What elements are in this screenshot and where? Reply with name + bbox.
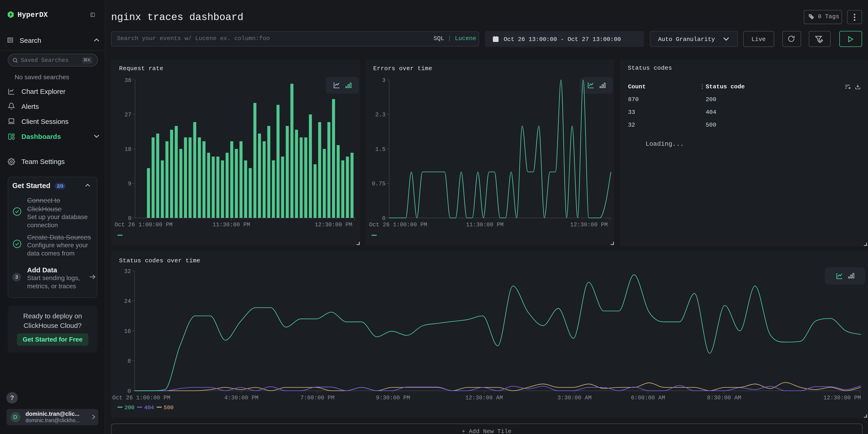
svg-text:500: 500 (163, 405, 173, 411)
svg-text:3: 3 (382, 77, 385, 84)
svg-text:404: 404 (144, 405, 154, 411)
svg-text:3:30:00 AM: 3:30:00 AM (557, 395, 591, 401)
svg-text:9: 9 (128, 180, 131, 187)
svg-text:12:30:00 PM: 12:30:00 PM (823, 395, 861, 401)
svg-text:0.75: 0.75 (372, 180, 385, 187)
svg-text:4:30:00 PM: 4:30:00 PM (224, 395, 258, 401)
svg-text:0: 0 (128, 215, 131, 222)
svg-text:8:30:00 AM: 8:30:00 AM (707, 395, 741, 401)
svg-text:0: 0 (382, 215, 385, 222)
svg-text:24: 24 (124, 298, 131, 305)
svg-text:12:30:00 PM: 12:30:00 PM (314, 221, 352, 228)
svg-text:18: 18 (124, 146, 131, 153)
svg-text:11:30:00 PM: 11:30:00 PM (466, 221, 503, 228)
svg-text:6:00:00 AM: 6:00:00 AM (631, 395, 665, 401)
svg-text:27: 27 (124, 111, 131, 118)
svg-text:36: 36 (124, 77, 131, 84)
svg-text:8: 8 (127, 358, 131, 365)
svg-text:2.3: 2.3 (375, 111, 385, 118)
svg-text:Oct 26 1:00:00 PM: Oct 26 1:00:00 PM (369, 221, 427, 228)
svg-text:9:30:00 PM: 9:30:00 PM (376, 395, 410, 401)
svg-text:16: 16 (124, 328, 131, 335)
svg-text:7:00:00 PM: 7:00:00 PM (300, 395, 334, 401)
svg-text:0: 0 (127, 388, 131, 395)
svg-text:12:30:00 PM: 12:30:00 PM (570, 221, 608, 228)
svg-text:12:30:00 AM: 12:30:00 AM (465, 395, 502, 401)
svg-text:32: 32 (124, 268, 131, 275)
svg-text:200: 200 (124, 405, 134, 411)
svg-text:Oct 26 1:00:00 PM: Oct 26 1:00:00 PM (114, 221, 173, 228)
svg-text:11:30:00 PM: 11:30:00 PM (212, 221, 250, 228)
svg-text:Oct 26 1:00:00 PM: Oct 26 1:00:00 PM (112, 395, 170, 401)
svg-text:1.5: 1.5 (375, 146, 385, 153)
